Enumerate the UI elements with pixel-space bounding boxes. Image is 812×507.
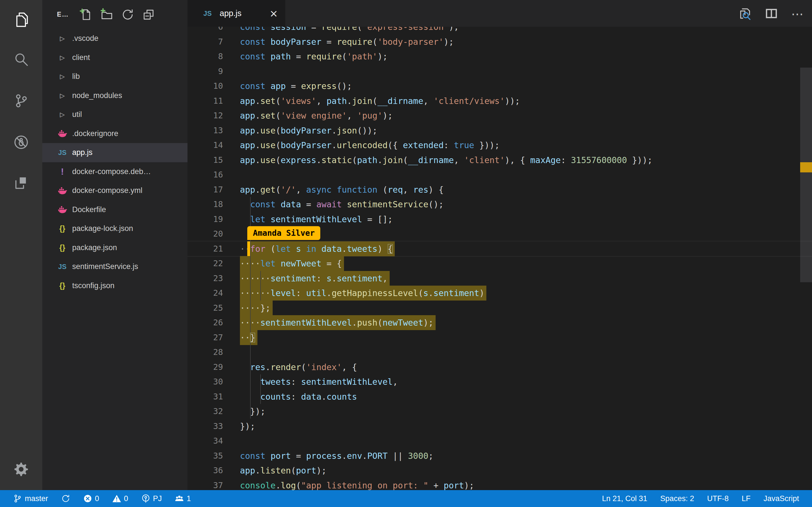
json-file-icon: {} xyxy=(55,281,70,290)
status-ln-21-col-31[interactable]: Ln 21, Col 31 xyxy=(602,494,647,503)
status-lf[interactable]: LF xyxy=(742,494,751,503)
status-right: Ln 21, Col 31Spaces: 2UTF-8LFJavaScript xyxy=(602,494,799,503)
code-line-33[interactable]: 33}); xyxy=(188,419,812,434)
code-line-10[interactable]: 10const app = express(); xyxy=(188,78,812,94)
code-line-30[interactable]: 30 tweets: sentimentWithLevel, xyxy=(188,374,812,389)
folder-chevron-icon: ▷ xyxy=(55,92,70,99)
code-text: app.get('/', async function (req, res) { xyxy=(240,182,444,197)
file-item-sentimentservice-js[interactable]: JSsentimentService.js xyxy=(42,257,188,276)
code-line-35[interactable]: 35const port = process.env.PORT || 3000; xyxy=(188,448,812,463)
code-line-21[interactable]: 21··for (let s in data.tweets) { xyxy=(188,241,812,256)
code-text: ····sentimentWithLevel.push(newTweet); xyxy=(240,315,434,330)
code-line-32[interactable]: 32 }); xyxy=(188,404,812,419)
file-item-client[interactable]: ▷client xyxy=(42,48,188,67)
code-line-31[interactable]: 31 counts: data.counts xyxy=(188,389,812,404)
tab-app-js[interactable]: JS app.js × xyxy=(188,0,285,27)
code-line-11[interactable]: 11app.set('views', path.join(__dirname, … xyxy=(188,94,812,108)
file-item-lib[interactable]: ▷lib xyxy=(42,67,188,86)
code-line-16[interactable]: 16 xyxy=(188,167,812,182)
code-line-28[interactable]: 28 xyxy=(188,345,812,360)
code-editor[interactable]: 6const session = require('express-sessio… xyxy=(188,27,812,490)
status-people[interactable]: 1 xyxy=(175,494,191,503)
code-line-14[interactable]: 14app.use(bodyParser.urlencoded({ extend… xyxy=(188,138,812,153)
activity-extensions-icon[interactable] xyxy=(0,168,42,199)
code-line-37[interactable]: 37console.log("app listening on port: " … xyxy=(188,478,812,490)
code-line-19[interactable]: 19 let sentimentWithLevel = []; xyxy=(188,212,812,227)
collapse-folders-icon[interactable] xyxy=(142,8,155,21)
code-line-8[interactable]: 8const path = require('path'); xyxy=(188,49,812,64)
status-sync[interactable] xyxy=(61,494,70,503)
code-line-22[interactable]: 22····let newTweet = { xyxy=(188,256,812,271)
file-item-util[interactable]: ▷util xyxy=(42,105,188,124)
activity-explorer-icon[interactable] xyxy=(0,4,42,35)
status-spaces-2[interactable]: Spaces: 2 xyxy=(660,494,694,503)
status-javascript[interactable]: JavaScript xyxy=(763,494,799,503)
code-line-6[interactable]: 6const session = require('express-sessio… xyxy=(188,27,812,34)
code-line-25[interactable]: 25····}; xyxy=(188,300,812,316)
git-branch-icon xyxy=(13,494,22,503)
refresh-explorer-icon[interactable] xyxy=(121,8,134,21)
more-actions-icon[interactable]: ⋯ xyxy=(791,7,805,20)
file-item--dockerignore[interactable]: .dockerignore xyxy=(42,124,188,144)
folder-chevron-icon: ▷ xyxy=(55,111,70,118)
new-folder-icon[interactable] xyxy=(100,8,113,21)
line-number: 30 xyxy=(188,374,223,389)
new-file-icon[interactable] xyxy=(80,8,93,21)
split-editor-icon[interactable] xyxy=(765,7,778,20)
activity-debug-icon[interactable] xyxy=(0,127,42,158)
code-line-9[interactable]: 9 xyxy=(188,64,812,79)
line-number: 32 xyxy=(188,404,223,419)
file-label: Dockerfile xyxy=(72,205,106,214)
file-label: sentimentService.js xyxy=(72,262,138,271)
file-item-app-js[interactable]: JSapp.js xyxy=(42,143,188,162)
status-warning[interactable]: 0 xyxy=(112,494,128,503)
code-line-34[interactable]: 34 xyxy=(188,434,812,448)
code-line-12[interactable]: 12app.set('view engine', 'pug'); xyxy=(188,108,812,123)
code-line-23[interactable]: 23······sentiment: s.sentiment, xyxy=(188,271,812,286)
code-line-18[interactable]: 18 const data = await sentimentService()… xyxy=(188,197,812,212)
file-item-package-lock-json[interactable]: {}package-lock.json xyxy=(42,219,188,238)
code-text: console.log("app listening on port: " + … xyxy=(240,478,474,490)
status-broadcast[interactable]: PJ xyxy=(141,494,162,503)
code-line-15[interactable]: 15app.use(express.static(path.join(__dir… xyxy=(188,153,812,168)
file-item-tsconfig-json[interactable]: {}tsconfig.json xyxy=(42,276,188,295)
file-item-dockerfile[interactable]: Dockerfile xyxy=(42,200,188,219)
status-git-branch[interactable]: master xyxy=(13,494,48,503)
code-text: counts: data.counts xyxy=(240,389,357,404)
search-editor-icon[interactable] xyxy=(738,7,752,20)
docker-file-icon xyxy=(55,205,70,214)
file-label: util xyxy=(72,110,82,119)
file-item--vscode[interactable]: ▷.vscode xyxy=(42,29,188,48)
file-item-node-modules[interactable]: ▷node_modules xyxy=(42,86,188,105)
file-item-package-json[interactable]: {}package.json xyxy=(42,238,188,258)
line-number: 17 xyxy=(188,182,223,197)
activity-settings-icon[interactable] xyxy=(0,454,42,485)
code-line-29[interactable]: 29 res.render('index', { xyxy=(188,360,812,375)
status-label: 1 xyxy=(187,494,191,503)
file-item-docker-compose-yml[interactable]: docker-compose.yml xyxy=(42,181,188,200)
activity-search-icon[interactable] xyxy=(0,44,42,75)
close-tab-icon[interactable]: × xyxy=(269,8,278,18)
line-number: 28 xyxy=(188,345,223,360)
code-line-17[interactable]: 17app.get('/', async function (req, res)… xyxy=(188,182,812,197)
line-number: 29 xyxy=(188,360,223,375)
file-item-docker-compose-deb-[interactable]: !docker-compose.deb… xyxy=(42,162,188,181)
code-line-26[interactable]: 26····sentimentWithLevel.push(newTweet); xyxy=(188,315,812,330)
code-text: const path = require('path'); xyxy=(240,49,388,64)
code-line-27[interactable]: 27··} xyxy=(188,330,812,345)
code-line-13[interactable]: 13app.use(bodyParser.json()); xyxy=(188,123,812,138)
scrollbar-thumb[interactable] xyxy=(800,68,812,282)
activity-source-control-icon[interactable] xyxy=(0,86,42,116)
file-label: lib xyxy=(72,72,80,81)
explorer-title: E… xyxy=(57,11,80,18)
code-line-24[interactable]: 24······level: util.getHappinessLevel(s.… xyxy=(188,286,812,300)
file-label: app.js xyxy=(72,148,93,157)
broadcast-icon xyxy=(141,494,150,503)
line-number: 25 xyxy=(188,300,223,316)
file-label: .dockerignore xyxy=(72,129,118,138)
code-line-36[interactable]: 36app.listen(port); xyxy=(188,463,812,478)
line-number: 24 xyxy=(188,286,223,300)
code-line-7[interactable]: 7const bodyParser = require('body-parser… xyxy=(188,34,812,49)
status-error[interactable]: 0 xyxy=(83,494,99,503)
status-utf-8[interactable]: UTF-8 xyxy=(707,494,729,503)
